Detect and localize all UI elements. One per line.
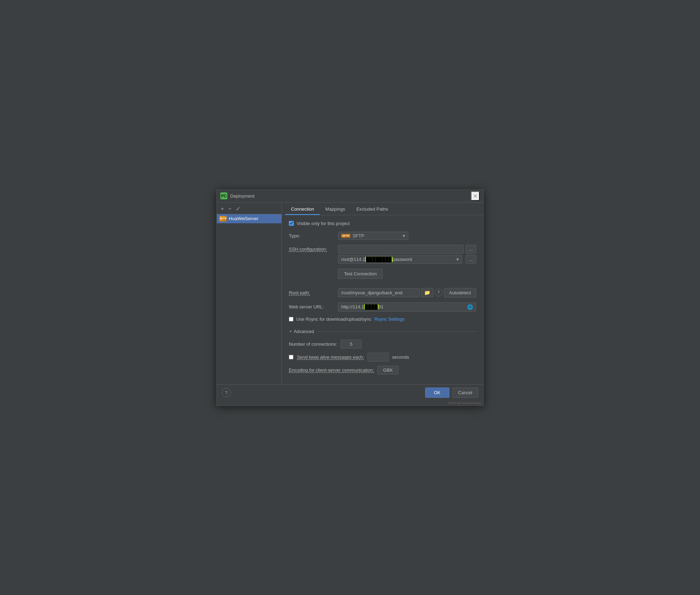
root-path-label: Root path: — [289, 290, 335, 295]
root-path-input[interactable] — [338, 288, 420, 297]
sidebar-item-huaweiserver[interactable]: SFTP HuaWeiServer — [217, 214, 281, 223]
advanced-collapse-icon: ▼ — [289, 330, 292, 333]
ssh-dropdown-arrow: ▾ — [456, 257, 459, 262]
advanced-section-header[interactable]: ▼ Advanced — [289, 329, 476, 334]
ssh-config-input[interactable] — [338, 245, 464, 254]
type-label: Type: — [289, 233, 335, 238]
sftp-tag: SFTP — [341, 234, 350, 238]
encoding-row: Encoding for client-server communication… — [289, 366, 476, 375]
web-url-field[interactable]: http://114.1████91 🌐 — [338, 302, 476, 312]
ssh-config-wrapper: ... — [338, 245, 476, 254]
visible-project-label: Visible only for this project — [297, 221, 350, 226]
web-url-row: Web server URL: http://114.1████91 🌐 — [289, 302, 476, 312]
ssh-edit-button[interactable]: ... — [466, 255, 476, 264]
main-content: Connection Mappings Excluded Paths Visib… — [282, 203, 483, 384]
body-area: + − ✓ SFTP HuaWeiServer Connection Mappi… — [217, 203, 483, 384]
cancel-button[interactable]: Cancel — [452, 388, 478, 398]
watermark-text: CSDN @JunLianHuang — [217, 401, 483, 405]
sidebar: + − ✓ SFTP HuaWeiServer — [217, 203, 282, 384]
globe-icon: 🌐 — [467, 304, 473, 310]
encoding-input[interactable] — [377, 366, 398, 375]
ssh-config-edit-button[interactable]: ... — [466, 245, 476, 254]
root-path-wrapper: 📁 ? Autodetect — [338, 288, 476, 298]
ssh-display-field[interactable]: root@114.1████████password ▾ — [338, 255, 462, 264]
type-value: SFTP — [352, 233, 364, 238]
visible-project-checkbox[interactable] — [289, 221, 294, 226]
deployment-dialog: PC Deployment ✕ + − ✓ SFTP HuaWeiServer … — [216, 190, 484, 406]
ssh-value-text: root@114.1 — [341, 257, 365, 262]
keepalive-label: Send keep alive messages each: — [297, 354, 364, 360]
seconds-label: seconds — [392, 354, 409, 360]
web-url-prefix: http://114.1 — [341, 304, 364, 309]
keepalive-input[interactable] — [368, 353, 389, 362]
connections-input[interactable] — [341, 340, 362, 348]
web-url-highlight: ████ — [364, 304, 378, 309]
connections-row: Number of connections: — [289, 340, 476, 348]
ok-button[interactable]: OK — [425, 388, 449, 398]
connections-label: Number of connections: — [289, 341, 337, 347]
autodetect-button[interactable]: Autodetect — [444, 288, 476, 298]
rsync-settings-link[interactable]: Rsync Settings — [374, 316, 405, 322]
ssh-highlight: ████████ — [365, 257, 393, 262]
bottom-bar: ? OK Cancel — [217, 384, 483, 401]
advanced-section-title: ▼ Advanced — [289, 329, 314, 334]
root-path-row: Root path: 📁 ? Autodetect — [289, 288, 476, 298]
ssh-label: SSH configuration: — [289, 247, 335, 252]
sidebar-toolbar: + − ✓ — [217, 204, 281, 214]
app-icon: PC — [220, 192, 227, 199]
visible-project-row: Visible only for this project — [289, 221, 476, 226]
test-connection-container: Test Connection — [338, 269, 476, 282]
tab-connection[interactable]: Connection — [285, 204, 320, 215]
rsync-checkbox[interactable] — [289, 317, 293, 321]
tab-mappings[interactable]: Mappings — [320, 204, 351, 215]
tab-excluded-paths[interactable]: Excluded Paths — [351, 204, 394, 215]
confirm-button[interactable]: ✓ — [234, 205, 242, 212]
ssh-display-row: root@114.1████████password ▾ ... — [338, 255, 476, 264]
keepalive-row: Send keep alive messages each: seconds — [289, 353, 476, 362]
encoding-label: Encoding for client-server communication… — [289, 367, 374, 373]
sftp-icon: SFTP — [220, 216, 227, 222]
tabs-bar: Connection Mappings Excluded Paths — [282, 203, 483, 215]
browse-folder-button[interactable]: 📁 — [421, 288, 433, 297]
type-dropdown-arrow: ▾ — [403, 233, 405, 238]
connection-content: Visible only for this project Type: SFTP… — [282, 215, 483, 384]
type-row: Type: SFTP SFTP ▾ — [289, 232, 476, 240]
web-url-wrapper: http://114.1████91 🌐 — [338, 302, 476, 312]
close-button[interactable]: ✕ — [471, 191, 480, 201]
web-url-label: Web server URL: — [289, 304, 335, 309]
server-name-label: HuaWeiServer — [229, 216, 258, 221]
ssh-config-row: SSH configuration: ... — [289, 245, 476, 254]
keepalive-checkbox[interactable] — [289, 355, 293, 359]
rsync-label: Use Rsync for download/upload/sync — [296, 316, 371, 322]
root-path-help-icon[interactable]: ? — [435, 289, 442, 296]
dialog-title: Deployment — [230, 193, 468, 199]
title-bar: PC Deployment ✕ — [217, 190, 483, 203]
remove-server-button[interactable]: − — [226, 205, 233, 212]
add-server-button[interactable]: + — [219, 205, 226, 212]
bottom-buttons: OK Cancel — [425, 388, 478, 398]
web-url-suffix: 91 — [378, 304, 383, 309]
test-connection-button[interactable]: Test Connection — [338, 269, 383, 279]
help-button[interactable]: ? — [222, 388, 231, 397]
rsync-row: Use Rsync for download/upload/sync Rsync… — [289, 316, 476, 322]
ssh-password-label: password — [393, 257, 412, 262]
ssh-input-container — [338, 245, 464, 254]
type-select-container[interactable]: SFTP SFTP ▾ — [338, 232, 408, 240]
